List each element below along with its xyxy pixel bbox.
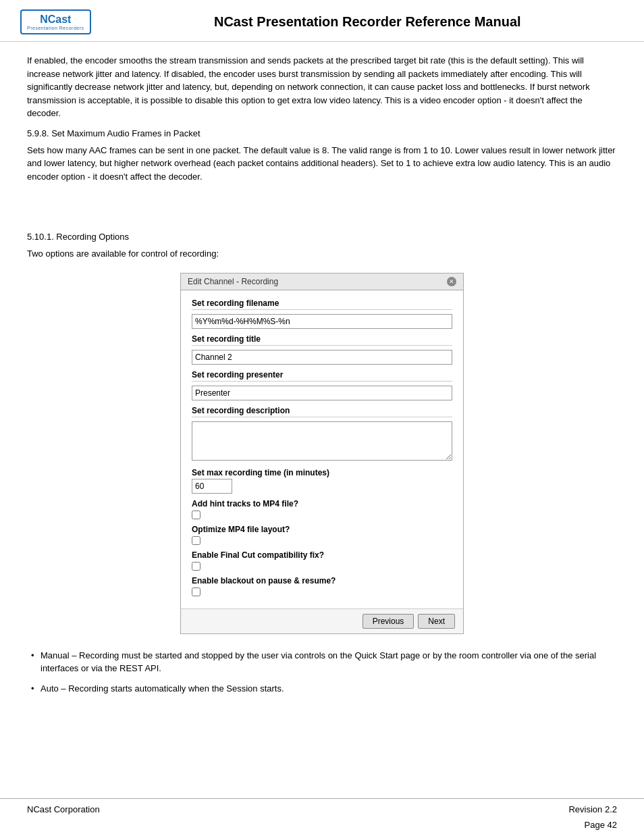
- presenter-label: Set recording presenter: [192, 370, 452, 380]
- dialog-body: Set recording filename Set recording tit…: [181, 290, 463, 608]
- close-icon[interactable]: ✕: [447, 277, 456, 286]
- description-label: Set recording description: [192, 406, 452, 415]
- description-textarea[interactable]: [192, 421, 452, 461]
- hint-tracks-checkbox-row: [192, 511, 452, 519]
- max-time-label: Set max recording time (in minutes): [192, 468, 452, 477]
- logo-area: NCast Presentation Recorders: [20, 9, 91, 34]
- blackout-checkbox[interactable]: [192, 588, 200, 596]
- title-field-group: Set recording title: [192, 334, 452, 365]
- company-name: NCast Corporation: [27, 804, 100, 814]
- dialog-wrapper: Edit Channel - Recording ✕ Set recording…: [27, 273, 617, 634]
- section-598-text: Sets how many AAC frames can be sent in …: [27, 144, 617, 184]
- page-number: Page 42: [0, 820, 644, 830]
- page-title: NCast Presentation Recorder Reference Ma…: [111, 14, 624, 30]
- hint-tracks-label: Add hint tracks to MP4 file?: [192, 499, 452, 509]
- previous-button[interactable]: Previous: [363, 614, 414, 629]
- logo-ncast: NCast: [40, 14, 71, 26]
- blackout-checkbox-row: [192, 588, 452, 596]
- content-area: If enabled, the encoder smooths the stre…: [0, 42, 644, 798]
- dialog-title: Edit Channel - Recording: [188, 277, 278, 286]
- filename-field-group: Set recording filename: [192, 298, 452, 329]
- title-label: Set recording title: [192, 334, 452, 344]
- page-header: NCast Presentation Recorders NCast Prese…: [0, 0, 644, 42]
- filename-input[interactable]: [192, 314, 452, 329]
- optimize-mp4-checkbox[interactable]: [192, 536, 200, 545]
- presenter-field-group: Set recording presenter: [192, 370, 452, 400]
- title-input[interactable]: [192, 350, 452, 365]
- bullet-list: Manual – Recording must be started and s…: [27, 649, 617, 696]
- optimize-mp4-group: Optimize MP4 file layout?: [192, 525, 452, 545]
- presenter-input[interactable]: [192, 386, 452, 400]
- intro-paragraph: If enabled, the encoder smooths the stre…: [27, 54, 617, 120]
- section-5101-intro: Two options are available for control of…: [27, 247, 617, 261]
- page-footer: NCast Corporation Revision 2.2: [0, 798, 644, 820]
- dialog-box: Edit Channel - Recording ✕ Set recording…: [180, 273, 464, 634]
- list-item: Auto – Recording starts automatically wh…: [27, 682, 617, 696]
- filename-label: Set recording filename: [192, 298, 452, 308]
- description-field-group: Set recording description: [192, 406, 452, 463]
- optimize-mp4-checkbox-row: [192, 536, 452, 545]
- finalcut-checkbox[interactable]: [192, 562, 200, 571]
- section-598-heading: 5.9.8. Set Maximum Audio Frames in Packe…: [27, 128, 617, 138]
- blackout-label: Enable blackout on pause & resume?: [192, 576, 452, 585]
- max-time-input[interactable]: [192, 479, 232, 494]
- blackout-group: Enable blackout on pause & resume?: [192, 576, 452, 596]
- finalcut-group: Enable Final Cut compatibility fix?: [192, 550, 452, 571]
- hint-tracks-group: Add hint tracks to MP4 file?: [192, 499, 452, 519]
- finalcut-checkbox-row: [192, 562, 452, 571]
- hint-tracks-checkbox[interactable]: [192, 511, 200, 519]
- dialog-titlebar: Edit Channel - Recording ✕: [181, 273, 463, 290]
- max-time-field-group: Set max recording time (in minutes): [192, 468, 452, 494]
- optimize-mp4-label: Optimize MP4 file layout?: [192, 525, 452, 534]
- section-5101-heading: 5.10.1. Recording Options: [27, 232, 617, 242]
- next-button[interactable]: Next: [418, 614, 455, 629]
- dialog-footer: Previous Next: [181, 608, 463, 633]
- revision-label: Revision 2.2: [568, 804, 617, 814]
- logo-sub: Presentation Recorders: [27, 26, 84, 30]
- finalcut-label: Enable Final Cut compatibility fix?: [192, 550, 452, 560]
- list-item: Manual – Recording must be started and s…: [27, 649, 617, 675]
- logo-box: NCast Presentation Recorders: [20, 9, 91, 34]
